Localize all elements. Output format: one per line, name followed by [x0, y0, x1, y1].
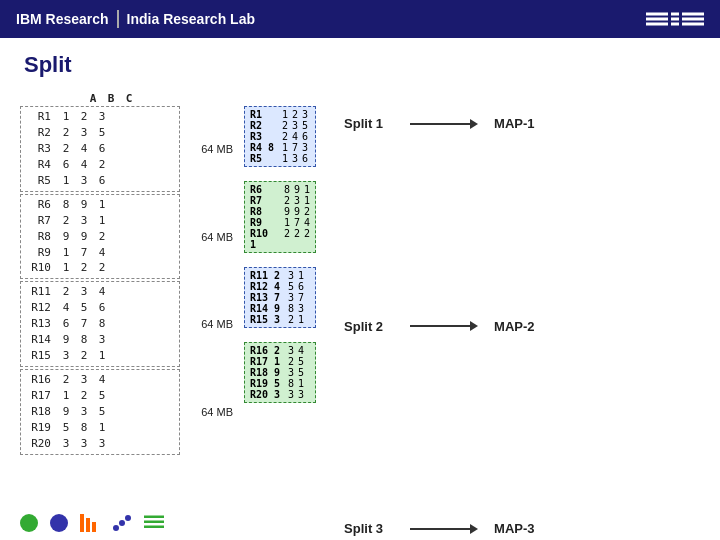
table-row: R10122	[25, 260, 175, 276]
footer-icon-1	[20, 514, 38, 532]
split-4-box: R16 234 R17 125 R18 935 R19 581 R20 333	[244, 342, 316, 403]
table-row: R7231	[25, 213, 175, 229]
footer-icon-4	[112, 514, 132, 532]
header-divider	[117, 10, 119, 28]
split-3-box: R11 231 R12 456 R13 737 R14 983 R15 321	[244, 267, 316, 328]
table-header: A B C	[20, 92, 180, 105]
footer	[0, 514, 720, 532]
table-row: R19581	[25, 420, 175, 436]
split-1-box: R1123 R2235 R3246 R4 8173 R5136	[244, 106, 316, 167]
table-row: R3246	[25, 141, 175, 157]
svg-rect-1	[86, 518, 90, 532]
table-row: R16234	[25, 372, 175, 388]
col-a: A	[86, 92, 100, 105]
split-boxes: R1123 R2235 R3246 R4 8173 R5136 R6891 R7…	[244, 106, 316, 536]
svg-rect-8	[144, 526, 164, 529]
ibm-logo	[646, 13, 704, 26]
col-c: C	[122, 92, 136, 105]
svg-point-5	[125, 515, 131, 521]
mb-label-4: 64 MB	[201, 406, 233, 418]
split-2-arrow	[410, 321, 478, 331]
split-2-box: R6891 R7231 R8992 R9174 R10 1222	[244, 181, 316, 253]
map-2-label: MAP-2	[494, 319, 544, 334]
data-group-4: R16234 R17125 R18935 R19581 R20333 64 MB	[20, 369, 180, 455]
col-b: B	[104, 92, 118, 105]
split-2-row: Split 2 MAP-2	[344, 319, 544, 334]
split-2-label: Split 2	[344, 319, 394, 334]
svg-point-3	[113, 525, 119, 531]
mb-label-3: 64 MB	[201, 318, 233, 330]
table-row: R4642	[25, 157, 175, 173]
table-row: R5136	[25, 173, 175, 189]
data-table: A B C R1123 R2235 R3246 R4642 R5136 64 M…	[20, 92, 180, 536]
table-row: R1123	[25, 109, 175, 125]
svg-rect-6	[144, 521, 164, 524]
brand-text: IBM Research	[16, 11, 109, 27]
table-row: R2235	[25, 125, 175, 141]
table-row: R14983	[25, 332, 175, 348]
main-content: A B C R1123 R2235 R3246 R4642 R5136 64 M…	[0, 86, 720, 536]
data-group-1: R1123 R2235 R3246 R4642 R5136 64 MB	[20, 106, 180, 192]
table-row: R13678	[25, 316, 175, 332]
table-row: R6891	[25, 197, 175, 213]
svg-point-4	[119, 520, 125, 526]
svg-rect-0	[80, 514, 84, 532]
svg-rect-7	[144, 516, 164, 519]
split-1-label: Split 1	[344, 116, 394, 131]
header: IBM Research India Research Lab	[0, 0, 720, 38]
data-group-3: R11234 R12456 R13678 R14983 R15321 64 MB	[20, 281, 180, 367]
split-1-arrow	[410, 119, 478, 129]
mb-label-2: 64 MB	[201, 231, 233, 243]
table-row: R9174	[25, 245, 175, 261]
page-title: Split	[0, 38, 720, 86]
footer-icon-5	[144, 514, 164, 532]
svg-rect-2	[92, 522, 96, 532]
table-row: R12456	[25, 300, 175, 316]
footer-icon-3	[80, 514, 100, 532]
right-section: Split 1 MAP-1 Split 2 MAP-2 Split 3 MAP-…	[344, 106, 544, 536]
table-row: R17125	[25, 388, 175, 404]
table-row: R18935	[25, 404, 175, 420]
map-1-label: MAP-1	[494, 116, 544, 131]
mb-label-1: 64 MB	[201, 143, 233, 155]
table-row: R20333	[25, 436, 175, 452]
table-row: R11234	[25, 284, 175, 300]
table-row: R15321	[25, 348, 175, 364]
split-1-row: Split 1 MAP-1	[344, 116, 544, 131]
table-row: R8992	[25, 229, 175, 245]
data-group-2: R6891 R7231 R8992 R9174 R10122 64 MB	[20, 194, 180, 280]
footer-icon-2	[50, 514, 68, 532]
subtitle-text: India Research Lab	[127, 11, 255, 27]
